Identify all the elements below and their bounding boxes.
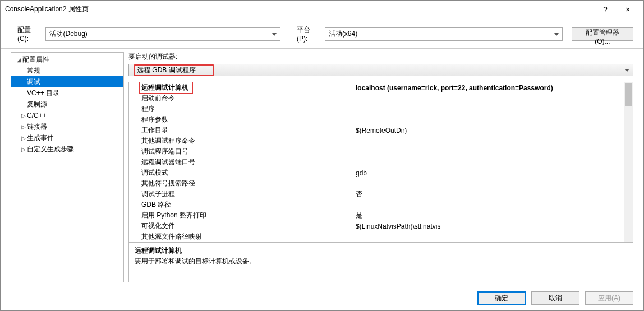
- tree-root-config-properties[interactable]: ◢ 配置属性: [11, 54, 123, 65]
- tree-item-build-events[interactable]: ▷生成事件: [11, 132, 123, 143]
- prop-name: 程序参数: [129, 115, 353, 124]
- tree-item-label: C/C++: [27, 112, 47, 119]
- category-tree[interactable]: ◢ 配置属性 常规 调试 VC++ 目录 复制源 ▷C/C++ ▷链接器 ▷: [11, 52, 124, 282]
- chevron-right-icon: ▷: [20, 113, 27, 119]
- tree-item-label: 生成事件: [27, 133, 54, 143]
- prop-value: $(RemoteOutDir): [353, 127, 633, 134]
- prop-value: localhost (username=rick, port=22, authe…: [353, 84, 633, 92]
- prop-row-remote-debugger-port[interactable]: 远程调试器端口号: [129, 157, 633, 168]
- prop-name: 远程调试计算机: [139, 82, 193, 94]
- prop-row-remote-debug-machine[interactable]: 远程调试计算机 localhost (username=rick, port=2…: [129, 82, 633, 93]
- config-toolbar: 配置(C): 活动(Debug) 平台(P): 活动(x64) 配置管理器(O)…: [1, 18, 643, 48]
- prop-row-debugger-port[interactable]: 调试程序端口号: [129, 146, 633, 157]
- prop-name: 调试模式: [129, 168, 353, 178]
- prop-name: 可视化文件: [129, 221, 353, 231]
- prop-row-debug-child-processes[interactable]: 调试子进程 否: [129, 189, 633, 199]
- chevron-right-icon: ▷: [20, 135, 27, 141]
- help-button[interactable]: ?: [594, 2, 617, 17]
- tree-item-debugging[interactable]: 调试: [11, 76, 123, 87]
- tree-item-label: 复制源: [27, 100, 47, 109]
- tree-item-custom-build-step[interactable]: ▷自定义生成步骤: [11, 143, 123, 155]
- dialog-footer: 确定 取消 应用(A): [1, 286, 643, 310]
- platform-label: 平台(P):: [297, 25, 320, 43]
- prop-name: 其他源文件路径映射: [129, 232, 353, 242]
- prop-row-additional-source-file-path-mapping[interactable]: 其他源文件路径映射: [129, 231, 633, 242]
- tree-item-label: 自定义生成步骤: [27, 145, 74, 154]
- prop-row-program[interactable]: 程序: [129, 104, 633, 114]
- prop-row-enable-python-pretty-printing[interactable]: 启用 Python 整齐打印 是: [129, 210, 633, 221]
- apply-button[interactable]: 应用(A): [585, 291, 633, 305]
- prop-row-gdb-path[interactable]: GDB 路径: [129, 199, 633, 210]
- platform-select[interactable]: 活动(x64): [325, 27, 563, 41]
- prop-name: 其他调试程序命令: [129, 136, 353, 146]
- debugger-selected-value: 远程 GDB 调试程序: [134, 64, 214, 76]
- property-pages-dialog: ConsoleApplication2 属性页 ? × 配置(C): 活动(De…: [0, 0, 644, 311]
- prop-value: 是: [353, 211, 633, 220]
- tree-item-vcpp-directories[interactable]: VC++ 目录: [11, 87, 123, 99]
- window-title: ConsoleApplication2 属性页: [5, 4, 594, 14]
- prop-name: 工作目录: [129, 126, 353, 135]
- configuration-manager-button[interactable]: 配置管理器(O)...: [572, 27, 633, 41]
- prop-value: 否: [353, 189, 633, 199]
- tree-item-label: 调试: [27, 77, 40, 87]
- prop-row-additional-debugger-commands[interactable]: 其他调试程序命令: [129, 136, 633, 146]
- prop-name: 启用 Python 整齐打印: [129, 211, 353, 220]
- vertical-scrollbar[interactable]: [624, 82, 633, 242]
- description-text: 要用于部署和调试的目标计算机或设备。: [135, 257, 627, 266]
- prop-row-visualization-file[interactable]: 可视化文件 $(LinuxNatvisPath)\stl.natvis: [129, 221, 633, 231]
- chevron-down-icon: ◢: [16, 57, 22, 63]
- property-grid[interactable]: 远程调试计算机 localhost (username=rick, port=2…: [128, 82, 633, 243]
- platform-value: 活动(x64): [329, 29, 357, 39]
- tree-item-general[interactable]: 常规: [11, 65, 123, 76]
- tree-item-linker[interactable]: ▷链接器: [11, 121, 123, 132]
- prop-row-additional-symbol-search-paths[interactable]: 其他符号搜索路径: [129, 178, 633, 189]
- titlebar: ConsoleApplication2 属性页 ? ×: [1, 1, 643, 18]
- prop-name: GDB 路径: [129, 200, 353, 210]
- close-button[interactable]: ×: [617, 2, 639, 17]
- tree-item-copy-sources[interactable]: 复制源: [11, 99, 123, 110]
- prop-name: 启动前命令: [129, 94, 353, 103]
- tree-item-label: 链接器: [27, 122, 47, 132]
- tree-root-label: 配置属性: [22, 55, 49, 64]
- prop-value: $(LinuxNatvisPath)\stl.natvis: [353, 222, 633, 230]
- chevron-right-icon: ▷: [20, 124, 27, 130]
- prop-row-program-arguments[interactable]: 程序参数: [129, 114, 633, 125]
- scrollbar-thumb[interactable]: [625, 83, 632, 106]
- tree-item-label: 常规: [27, 66, 40, 76]
- configuration-value: 活动(Debug): [49, 29, 87, 39]
- configuration-label: 配置(C):: [17, 25, 41, 43]
- prop-name: 程序: [129, 104, 353, 114]
- prop-name: 其他符号搜索路径: [129, 179, 353, 188]
- description-panel: 远程调试计算机 要用于部署和调试的目标计算机或设备。: [128, 243, 633, 282]
- prop-row-prelaunch-command[interactable]: 启动前命令: [129, 93, 633, 104]
- prop-name: 远程调试器端口号: [129, 157, 353, 167]
- tree-item-label: VC++ 目录: [27, 89, 59, 98]
- description-title: 远程调试计算机: [135, 246, 627, 256]
- prop-name: 调试子进程: [129, 189, 353, 199]
- cancel-button[interactable]: 取消: [531, 291, 579, 305]
- debugger-select[interactable]: 远程 GDB 调试程序: [128, 64, 633, 76]
- tree-item-ccpp[interactable]: ▷C/C++: [11, 110, 123, 121]
- prop-row-working-directory[interactable]: 工作目录 $(RemoteOutDir): [129, 125, 633, 136]
- chevron-right-icon: ▷: [20, 146, 27, 152]
- configuration-select[interactable]: 活动(Debug): [45, 27, 280, 41]
- prop-name: 调试程序端口号: [129, 147, 353, 156]
- debugger-to-launch-label: 要启动的调试器:: [128, 52, 633, 62]
- prop-value: gdb: [353, 169, 633, 177]
- ok-button[interactable]: 确定: [477, 291, 526, 305]
- prop-row-debugging-mode[interactable]: 调试模式 gdb: [129, 168, 633, 178]
